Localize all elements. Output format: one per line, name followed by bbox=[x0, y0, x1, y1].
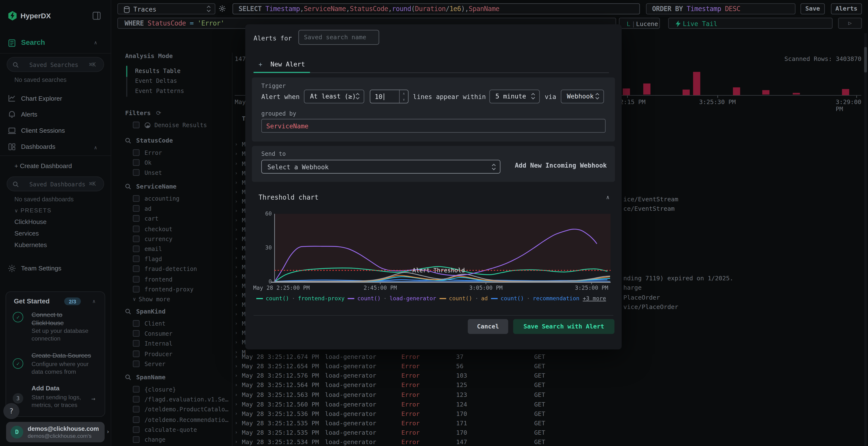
expand-chevron-icon[interactable]: › bbox=[235, 311, 238, 317]
y-tick-label: 0 bbox=[268, 278, 272, 285]
threshold-chart: 03060May 28 2:25:00 PM2:45:00 PM3:05:00 … bbox=[252, 210, 612, 293]
threshold-count-input[interactable]: 10 ∧ ∨ bbox=[370, 89, 409, 103]
active-tab-underline bbox=[254, 72, 310, 73]
legend-service: recommendation bbox=[533, 295, 580, 301]
expand-chevron-icon[interactable]: › bbox=[235, 179, 238, 185]
cell-status-code: Error bbox=[401, 382, 420, 389]
expand-chevron-icon[interactable]: › bbox=[235, 373, 238, 378]
scrollbar-track[interactable] bbox=[864, 33, 867, 446]
cell-timestamp: May 28 3:25:12.576 PM bbox=[242, 372, 319, 380]
expand-chevron-icon[interactable]: › bbox=[235, 274, 238, 279]
condition-select[interactable]: At least (≥) bbox=[304, 89, 364, 103]
expand-chevron-icon[interactable]: › bbox=[235, 161, 238, 166]
expand-chevron-icon[interactable]: › bbox=[235, 321, 238, 326]
expand-chevron-icon[interactable]: › bbox=[235, 302, 238, 308]
expand-chevron-icon[interactable]: › bbox=[235, 217, 238, 223]
grouped-by-input[interactable]: ServiceName bbox=[261, 118, 606, 132]
histogram-bar bbox=[643, 83, 651, 95]
legend-fn: count() bbox=[266, 295, 289, 301]
cell-duration: 123 bbox=[456, 391, 467, 398]
plus-icon: + bbox=[258, 60, 262, 68]
cell-service-name: load-generator bbox=[325, 353, 376, 361]
expand-chevron-icon[interactable]: › bbox=[235, 420, 238, 425]
expand-chevron-icon[interactable]: › bbox=[235, 364, 238, 369]
legend-fn: count() bbox=[500, 295, 524, 301]
above-threshold-region bbox=[275, 214, 611, 270]
webhook-select[interactable]: Select a Webhook bbox=[261, 160, 500, 174]
expand-chevron-icon[interactable]: › bbox=[235, 170, 238, 176]
table-row[interactable]: ›May 28 3:25:12.535 PMload-generatorErro… bbox=[232, 428, 861, 437]
cell-timestamp: May 28 3:25:12.654 PM bbox=[242, 363, 319, 370]
cell-service-name: load-generator bbox=[325, 363, 376, 370]
y-tick-label: 60 bbox=[265, 210, 272, 217]
via-label: via bbox=[545, 93, 556, 100]
help-button[interactable]: ? bbox=[3, 403, 20, 419]
add-webhook-button[interactable]: Add New Incoming Webhook bbox=[515, 161, 607, 169]
expand-chevron-icon[interactable]: › bbox=[235, 255, 238, 260]
expand-chevron-icon[interactable]: › bbox=[235, 411, 238, 416]
saved-search-name-input[interactable]: Saved search name bbox=[299, 30, 379, 45]
cell-status-code: Error bbox=[401, 401, 420, 408]
table-row[interactable]: ›May 28 3:25:12.536 PMload-generatorErro… bbox=[232, 409, 861, 418]
expand-chevron-icon[interactable]: › bbox=[235, 265, 238, 270]
expand-chevron-icon[interactable]: › bbox=[235, 199, 238, 204]
cell-timestamp: May 28 3:25:12.563 PM bbox=[242, 391, 319, 398]
alert-when-label: Alert when bbox=[261, 93, 300, 100]
cell-timestamp: May 28 3:25:12.535 PM bbox=[242, 429, 319, 436]
number-spinner[interactable]: ∧ ∨ bbox=[399, 90, 408, 103]
cell-span-name: GET bbox=[534, 363, 546, 370]
legend-dash-icon bbox=[348, 298, 355, 299]
table-row[interactable]: ›May 28 3:25:12.564 PMload-generatorErro… bbox=[232, 381, 861, 390]
channel-select[interactable]: Webhook bbox=[561, 89, 604, 103]
expand-chevron-icon[interactable]: › bbox=[235, 142, 238, 147]
histogram-label: 3:25:30 PM bbox=[699, 99, 736, 106]
table-row[interactable]: ›May 28 3:25:12.654 PMload-generatorErro… bbox=[232, 362, 861, 371]
legend-more-link[interactable]: +3 more bbox=[583, 295, 606, 301]
table-row[interactable]: ›May 28 3:25:12.534 PMload-generatorErro… bbox=[232, 437, 861, 446]
table-row[interactable]: ›May 28 3:25:12.535 PMload-generatorErro… bbox=[232, 418, 861, 428]
table-row[interactable]: ›May 28 3:25:12.576 PMload-generatorErro… bbox=[232, 371, 861, 380]
cancel-button[interactable]: Cancel bbox=[468, 319, 508, 334]
cell-span-name: GET bbox=[534, 382, 546, 389]
table-row[interactable]: ›May 28 3:25:12.674 PMload-generatorErro… bbox=[232, 352, 861, 362]
cell-span-name: GET bbox=[534, 372, 546, 380]
expand-chevron-icon[interactable]: › bbox=[235, 439, 238, 444]
table-row[interactable]: ›May 28 3:25:12.563 PMload-generatorErro… bbox=[232, 390, 861, 400]
expand-chevron-icon[interactable]: › bbox=[235, 340, 238, 345]
trigger-section: Trigger Alert when At least (≥) 10 ∧ ∨ l… bbox=[252, 77, 615, 141]
select-updown-icon bbox=[595, 93, 599, 100]
expand-chevron-icon[interactable]: › bbox=[235, 236, 238, 242]
legend-separator: · bbox=[383, 295, 387, 301]
expand-chevron-icon[interactable]: › bbox=[235, 354, 238, 359]
scrollbar-thumb[interactable] bbox=[864, 47, 867, 72]
collapse-chart-icon[interactable]: ∧ bbox=[606, 194, 610, 200]
expand-chevron-icon[interactable]: › bbox=[235, 245, 238, 251]
expand-chevron-icon[interactable]: › bbox=[235, 293, 238, 298]
expand-chevron-icon[interactable]: › bbox=[235, 430, 238, 435]
row-partial-span-name: ce/EventStream bbox=[623, 205, 675, 212]
expand-chevron-icon[interactable]: › bbox=[235, 331, 238, 336]
alerts-for-label: Alerts for bbox=[254, 34, 292, 42]
spinner-down-icon[interactable]: ∨ bbox=[400, 96, 408, 102]
tab-new-alert[interactable]: + New Alert bbox=[258, 58, 305, 69]
spinner-up-icon[interactable]: ∧ bbox=[400, 90, 408, 96]
create-alert-modal: Alerts for Saved search name + New Alert… bbox=[245, 24, 622, 349]
expand-chevron-icon[interactable]: › bbox=[235, 392, 238, 397]
expand-chevron-icon[interactable]: › bbox=[235, 151, 238, 157]
legend-dash-icon bbox=[491, 298, 498, 299]
expand-chevron-icon[interactable]: › bbox=[235, 189, 238, 194]
expand-chevron-icon[interactable]: › bbox=[235, 283, 238, 289]
expand-chevron-icon[interactable]: › bbox=[235, 208, 238, 213]
cell-timestamp: May 28 3:25:12.536 PM bbox=[242, 410, 319, 417]
cell-service-name: load-generator bbox=[325, 438, 376, 446]
expand-chevron-icon[interactable]: › bbox=[235, 401, 238, 407]
cell-duration: 56 bbox=[456, 363, 463, 370]
x-axis bbox=[271, 282, 611, 283]
expand-chevron-icon[interactable]: › bbox=[235, 382, 238, 388]
save-search-with-alert-button[interactable]: Save Search with Alert bbox=[513, 319, 614, 334]
cell-duration: 170 bbox=[456, 429, 467, 436]
window-select[interactable]: 5 minute bbox=[490, 89, 540, 103]
expand-chevron-icon[interactable]: › bbox=[235, 227, 238, 232]
table-row[interactable]: ›May 28 3:25:12.560 PMload-generatorErro… bbox=[232, 400, 861, 409]
histogram-bar bbox=[762, 90, 769, 95]
